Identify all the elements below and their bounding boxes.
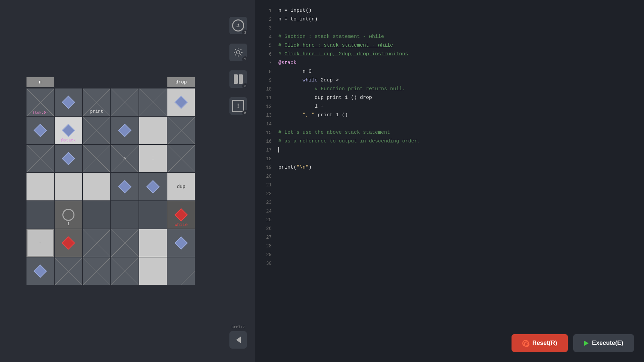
code-area[interactable]: 1 n = input() 2 n = to_int(n) 3 4 # Sect… [262, 3, 637, 359]
gear-icon [233, 47, 243, 57]
link-5[interactable]: Click here : stack statement - while [284, 43, 393, 48]
grid-cell-7-2[interactable] [55, 257, 82, 285]
bottom-buttons: Reset(R) Execute(E) [512, 334, 634, 352]
diamond-blue [34, 124, 47, 137]
grid-cell-7-6[interactable] [167, 257, 195, 285]
grid-cell-5-4[interactable] [111, 201, 139, 229]
grid-cell-6-3[interactable] [83, 229, 110, 257]
grid-cell-5-2[interactable]: 1 [55, 201, 82, 229]
info-button[interactable]: i 1 [229, 17, 247, 34]
grid-cell-6-6[interactable] [167, 229, 195, 257]
code-line-20: 20 [262, 172, 637, 181]
info-icon: i [232, 19, 244, 32]
reset-svg [523, 341, 530, 348]
one-label: 1 [67, 222, 69, 227]
badge-5: 5 [242, 110, 248, 116]
grid-cell-2-1[interactable] [26, 117, 54, 144]
diagonal-lines [26, 145, 54, 172]
code-line-19: 19 print("\n") [262, 164, 637, 172]
diagonal-lines [83, 117, 110, 144]
grid-cell-7-1[interactable] [26, 257, 54, 285]
grid-cell-7-3[interactable] [83, 257, 110, 285]
grid-cell-3-6[interactable] [167, 145, 195, 172]
code-line-6: 6 # Click here : dup, 2dup, drop instruc… [262, 50, 637, 59]
grid-cell-4-3[interactable] [83, 173, 110, 200]
badge-2: 2 [242, 56, 248, 62]
code-content-4: # Section : stack statement - while [278, 33, 384, 41]
diamond-blue [146, 180, 160, 193]
line-num-29: 29 [262, 251, 272, 258]
grid-cell-5-3[interactable] [83, 201, 110, 229]
execute-button[interactable]: Execute(E) [573, 334, 634, 352]
grid-cell-2-5[interactable] [139, 117, 167, 144]
settings-button[interactable]: 2 [229, 44, 247, 61]
line-num-24: 24 [262, 207, 272, 215]
layout-button[interactable]: 3 [229, 70, 247, 88]
grid-cell-5-6[interactable]: while [167, 201, 195, 229]
diagonal-svg [167, 257, 195, 285]
header-2 [55, 77, 82, 87]
code-line-18: 18 [262, 155, 637, 164]
grid-cell-7-4[interactable] [111, 257, 139, 285]
reset-button[interactable]: Reset(R) [512, 334, 568, 352]
grid-row-3: > 0 [26, 145, 195, 172]
line-num-23: 23 [262, 198, 272, 206]
grid-cell-6-4[interactable] [111, 229, 139, 257]
code-line-22: 22 [262, 190, 637, 198]
code-line-8: 8 n 0 [262, 68, 637, 76]
grid-row-7 [26, 257, 195, 285]
line-num-10: 10 [262, 85, 272, 93]
grid-cell-2-2[interactable]: @stack [55, 117, 82, 144]
link-6[interactable]: Click here : dup, 2dup, drop instruciton… [284, 51, 408, 57]
header-drop: drop [167, 77, 195, 87]
warning-button[interactable]: ! 5 [229, 97, 247, 115]
diamond-blue-light [174, 96, 188, 109]
code-line-13: 13 ", " print 1 () [262, 111, 637, 120]
grid-cell-3-1[interactable] [26, 145, 54, 172]
grid-cell-1-1[interactable]: (tok:0) [26, 88, 54, 116]
grid-cell-6-1[interactable]: - [26, 229, 54, 257]
grid-cell-4-4[interactable] [111, 173, 139, 200]
grid-cell-3-5[interactable]: 0 [139, 145, 167, 172]
grid-cell-1-6[interactable] [167, 88, 195, 116]
grid-cell-7-5[interactable] [139, 257, 167, 285]
dup-label: dup [177, 184, 185, 189]
grid-row-1: (tok:0) print [26, 88, 195, 116]
code-content-1: n = input() [278, 7, 312, 15]
code-content-2: n = to_int(n) [278, 15, 318, 23]
code-line-17: 17 [262, 146, 637, 155]
grid-cell-1-4[interactable] [111, 88, 139, 116]
code-line-25: 25 [262, 216, 637, 225]
grid-cell-3-4[interactable]: > [111, 145, 139, 172]
grid-cell-5-5[interactable] [139, 201, 167, 229]
grid-row-5: 1 while [26, 201, 195, 229]
line-num-7: 7 [262, 59, 272, 67]
grid-cell-1-5[interactable] [139, 88, 167, 116]
grid-cell-4-2[interactable] [55, 173, 82, 200]
layout-bar-1 [234, 74, 238, 84]
code-content-9: while 2dup > [278, 76, 339, 84]
code-line-4: 4 # Section : stack statement - while [262, 33, 637, 42]
grid-cell-4-5[interactable] [139, 173, 167, 200]
warning-icon: ! [232, 100, 244, 112]
grid-cell-2-3[interactable] [83, 117, 110, 144]
grid-cell-6-5[interactable] [139, 229, 167, 257]
grid-cell-4-1[interactable] [26, 173, 54, 200]
grid-cell-4-6[interactable]: dup [167, 173, 195, 200]
grid-cell-3-2[interactable] [55, 145, 82, 172]
grid-cell-2-4[interactable] [111, 117, 139, 144]
grid-cell-3-3[interactable] [83, 145, 110, 172]
grid-cell-1-2[interactable] [55, 88, 82, 116]
code-content-10: # Function print returns null. [278, 85, 405, 93]
grid-cell-2-6[interactable] [167, 117, 195, 144]
diagonal-lines [167, 117, 195, 144]
grid-cell-1-3[interactable]: print [83, 88, 110, 116]
diamond-blue [62, 152, 75, 165]
code-content-12: 1 + [278, 103, 324, 111]
code-line-3: 3 [262, 24, 637, 33]
grid-cell-6-2[interactable] [55, 229, 82, 257]
minus-label: - [39, 240, 42, 246]
back-button[interactable] [229, 331, 247, 349]
grid-cell-5-1[interactable] [26, 201, 54, 229]
code-content-15: # Let's use the above stack statement [278, 129, 390, 137]
